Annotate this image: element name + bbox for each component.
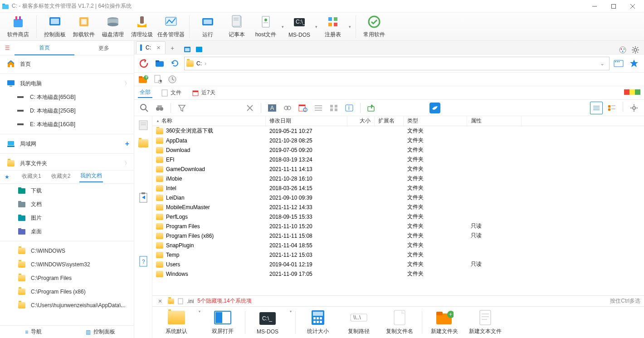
file-row[interactable]: AppData2021-10-28 08:25文件夹	[152, 136, 644, 145]
address-dropdown-icon[interactable]: ⌄	[597, 60, 607, 67]
window-alt-icon[interactable]	[195, 45, 204, 54]
sidebar-tab-home[interactable]: 首页	[15, 41, 74, 55]
bottom-split[interactable]: 双屏打开	[204, 308, 241, 337]
binoculars-icon[interactable]	[153, 102, 166, 114]
add-icon[interactable]: +	[125, 140, 129, 148]
info-icon[interactable]: i	[343, 102, 356, 114]
sidebar-userdir[interactable]: 文档	[0, 197, 134, 211]
filter-recent[interactable]: 近7天	[190, 88, 217, 98]
palette-icon[interactable]	[619, 46, 627, 54]
folder-button[interactable]	[153, 57, 166, 70]
ribbon-run[interactable]: 运行	[193, 13, 222, 40]
ribbon-common-software[interactable]: 常用软件	[360, 13, 389, 40]
window-icon[interactable]	[183, 45, 192, 54]
new-file-button[interactable]: +	[152, 74, 163, 85]
tab-close-icon[interactable]: ✕	[155, 45, 162, 51]
bottom-copy-name[interactable]: 复制文件名	[381, 308, 418, 337]
fav-tab-2[interactable]: 收藏夹2	[50, 172, 72, 182]
new-tab-button[interactable]: +	[166, 42, 178, 54]
minimize-button[interactable]	[585, 0, 604, 13]
file-row[interactable]: 360安全浏览器下载2019-05-21 10:27文件夹	[152, 126, 644, 136]
sidebar-item-share[interactable]: 共享文件夹 〉	[0, 157, 134, 170]
refresh-button[interactable]	[169, 57, 181, 70]
file-row[interactable]: Download2019-07-05 09:20文件夹	[152, 145, 644, 155]
file-row[interactable]: Program Files2021-11-10 15:20文件夹只读	[152, 221, 644, 231]
file-row[interactable]: Users2019-04-01 12:19文件夹只读	[152, 260, 644, 269]
sidebar-menu-icon[interactable]: ☰	[0, 45, 15, 51]
sidebar-path[interactable]: C:\WINDOWS\system32	[0, 258, 134, 271]
sidebar-drive-e[interactable]: E: 本地磁盘[16GB]	[0, 118, 134, 131]
sidebar-drive-d[interactable]: D: 本地磁盘[25GB]	[0, 104, 134, 118]
sidebar-userdir[interactable]: 桌面	[0, 225, 134, 238]
file-row[interactable]: SnapPlugin2021-11-04 18:55文件夹	[152, 240, 644, 250]
sidebar-tab-more[interactable]: 更多	[74, 41, 134, 55]
ribbon-notepad[interactable]: 记事本	[222, 13, 251, 40]
sidebar-path[interactable]: C:\Users\hujunwenzeishuai\AppData\...	[0, 299, 134, 312]
sidebar-userdir[interactable]: 下载	[0, 184, 134, 197]
file-row[interactable]: Temp2021-11-12 15:03文件夹	[152, 250, 644, 260]
fav-tab-1[interactable]: 收藏夹1	[21, 172, 42, 182]
status-close-icon[interactable]: ✕	[156, 298, 164, 304]
bottom-msdos[interactable]: C:\_MS-DOS	[249, 309, 286, 337]
search-icon[interactable]	[138, 102, 151, 114]
ribbon-msdos[interactable]: C:\_MS-DOS	[285, 14, 314, 40]
file-row[interactable]: MobileEmuMaster2021-11-12 14:33文件夹	[152, 202, 644, 212]
ribbon-regedit[interactable]: 注册表	[318, 13, 347, 40]
filter-file[interactable]: 文件	[160, 88, 183, 98]
bottom-default[interactable]: 系统默认	[158, 308, 195, 337]
sidebar-path[interactable]: C:\Program Files	[0, 271, 134, 285]
close-button[interactable]	[623, 0, 642, 13]
dropdown-arrow-icon[interactable]: ▾	[280, 13, 285, 40]
sidebar-item-home[interactable]: 首页	[0, 57, 134, 71]
file-row[interactable]: GameDownload2021-11-11 14:13文件夹	[152, 164, 644, 174]
rail-help-icon[interactable]: ?	[137, 255, 150, 268]
ribbon-diskclean[interactable]: 磁盘清理	[98, 13, 127, 40]
view-tiles-icon[interactable]	[605, 102, 618, 114]
gear-icon[interactable]	[628, 102, 640, 114]
dropdown-arrow-icon[interactable]: ▾	[347, 13, 352, 40]
favorite-button[interactable]	[628, 57, 640, 70]
sidebar-path[interactable]: C:\WINDOWS	[0, 244, 134, 258]
col-size[interactable]: 大小	[347, 116, 375, 126]
history-button[interactable]	[167, 74, 178, 85]
col-type[interactable]: 类型	[404, 116, 467, 126]
bottom-copy-path[interactable]: \\..\复制路径	[340, 308, 377, 337]
file-row[interactable]: Windows2021-11-09 17:05文件夹	[152, 269, 644, 279]
maximize-button[interactable]	[604, 0, 623, 13]
sidebar-item-lan[interactable]: 局域网 +	[0, 137, 134, 151]
filter-icon[interactable]	[176, 102, 188, 114]
ribbon-hosts[interactable]: host文件	[251, 13, 280, 40]
sidebar-path[interactable]: C:\Program Files (x86)	[0, 285, 134, 299]
ribbon-store[interactable]: 软件商店	[4, 13, 33, 40]
ribbon-trash[interactable]: 清理垃圾	[127, 13, 156, 40]
file-row[interactable]: EFI2018-03-19 13:24文件夹	[152, 155, 644, 164]
ribbon-control-panel[interactable]: 控制面板	[40, 13, 69, 40]
ribbon-uninstall[interactable]: 卸载软件	[69, 13, 98, 40]
dropdown-arrow-icon[interactable]: ▾	[314, 13, 318, 40]
address-bar[interactable]: C: › ⌄	[184, 57, 610, 70]
rail-clipboard-icon[interactable]	[137, 191, 150, 204]
file-row[interactable]: Intel2018-03-26 14:15文件夹	[152, 183, 644, 193]
clear-icon[interactable]	[244, 102, 256, 114]
link-icon[interactable]	[281, 102, 294, 114]
bottom-stat[interactable]: 统计大小	[299, 308, 337, 337]
view-details-icon[interactable]	[590, 102, 603, 114]
col-name[interactable]: ▲名称	[152, 116, 266, 126]
fav-tab-docs[interactable]: 我的文档	[79, 172, 103, 182]
back-button[interactable]	[138, 57, 151, 70]
bottom-new-text[interactable]: 新建文本文件	[467, 308, 504, 337]
sidebar-item-mypc[interactable]: 我的电脑 〉	[0, 77, 134, 90]
col-ext[interactable]: 扩展名	[375, 116, 404, 126]
ribbon-taskmgr[interactable]: 任务管理器	[156, 13, 185, 40]
sidebar-drive-c[interactable]: C: 本地磁盘[65GB]	[0, 90, 134, 104]
keyboard-icon[interactable]	[612, 57, 625, 70]
list-view-icon[interactable]	[312, 102, 325, 114]
filter-all[interactable]: 全部	[138, 88, 152, 98]
file-row[interactable]: LeiDian2021-09-10 09:39文件夹	[152, 193, 644, 202]
sidebar-userdir[interactable]: 图片	[0, 211, 134, 225]
file-row[interactable]: Program Files (x86)2021-11-11 15:08文件夹只读	[152, 231, 644, 240]
sidebar-footer-cpl[interactable]: ▥控制面板	[67, 328, 134, 336]
new-folder-button[interactable]: +	[138, 74, 149, 85]
font-icon[interactable]: A	[266, 102, 278, 114]
export-icon[interactable]	[365, 102, 378, 114]
